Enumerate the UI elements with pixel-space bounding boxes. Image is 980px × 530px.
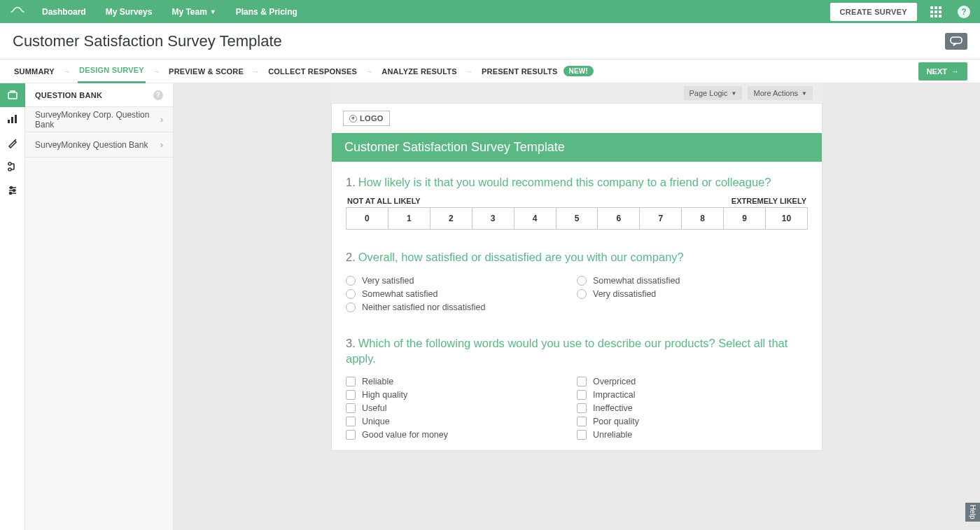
option-label: Good value for money — [362, 430, 448, 440]
svg-point-16 — [8, 162, 11, 165]
checkbox-option[interactable]: Overpriced — [577, 377, 808, 386]
next-button-label: NEXT — [927, 67, 947, 76]
option-label: Unique — [362, 417, 390, 426]
caret-down-icon: ▼ — [210, 8, 216, 15]
radio-option[interactable]: Very dissatisfied — [577, 289, 808, 299]
svg-rect-7 — [934, 15, 937, 18]
add-logo-button[interactable]: +LOGO — [343, 111, 390, 126]
radio-icon — [577, 276, 587, 286]
step-analyze-results[interactable]: ANALYZE RESULTS — [380, 60, 458, 83]
checkbox-option[interactable]: Unique — [346, 417, 577, 426]
new-badge: NEW! — [564, 66, 594, 76]
nps-cell[interactable]: 8 — [682, 208, 724, 229]
option-label: Unreliable — [593, 430, 632, 440]
checkbox-icon — [346, 417, 356, 426]
checkbox-option[interactable]: Impractical — [577, 390, 808, 400]
page-controls: Page Logic▼ More Actions▼ — [331, 83, 822, 103]
next-button[interactable]: NEXT→ — [918, 62, 967, 81]
survey-title[interactable]: Customer Satisfaction Survey Template — [332, 133, 822, 162]
question-text: Which of the following words would you u… — [346, 337, 788, 365]
arrow-right-icon: → — [365, 67, 373, 76]
create-survey-button[interactable]: CREATE SURVEY — [830, 3, 917, 21]
caret-down-icon: ▼ — [732, 90, 737, 97]
radio-icon — [346, 302, 356, 312]
rail-logic-icon[interactable] — [0, 155, 25, 179]
rail-builder-icon[interactable] — [0, 107, 25, 131]
title-bar: Customer Satisfaction Survey Template — [0, 23, 980, 60]
option-label: Ineffective — [593, 403, 633, 413]
svg-point-18 — [10, 187, 13, 189]
nps-cell[interactable]: 2 — [430, 208, 472, 229]
step-summary[interactable]: SUMMARY — [13, 60, 56, 83]
radio-option[interactable]: Somewhat dissatisfied — [577, 276, 808, 286]
rail-themes-icon[interactable] — [0, 131, 25, 155]
nps-cell[interactable]: 5 — [556, 208, 598, 229]
nps-cell[interactable]: 0 — [346, 208, 388, 229]
design-canvas: Page Logic▼ More Actions▼ +LOGO Customer… — [174, 83, 980, 530]
svg-rect-0 — [930, 6, 933, 9]
panel-help-icon[interactable]: ? — [153, 90, 163, 100]
nav-plans-pricing[interactable]: Plans & Pricing — [226, 0, 307, 23]
nav-dashboard[interactable]: Dashboard — [32, 0, 96, 23]
nps-cell[interactable]: 6 — [598, 208, 640, 229]
more-actions-button[interactable]: More Actions▼ — [748, 86, 813, 100]
panel-header: QUESTION BANK ? — [25, 83, 173, 107]
page-logic-button[interactable]: Page Logic▼ — [684, 86, 743, 100]
svg-rect-3 — [930, 11, 933, 13]
checkbox-option[interactable]: Reliable — [346, 377, 577, 386]
checkbox-option[interactable]: Good value for money — [346, 430, 577, 440]
rail-options-icon[interactable] — [0, 179, 25, 202]
nps-cell[interactable]: 4 — [514, 208, 556, 229]
checkbox-option[interactable]: Poor quality — [577, 417, 808, 426]
question-3[interactable]: 3.Which of the following words would you… — [332, 323, 822, 451]
nps-cell[interactable]: 3 — [472, 208, 514, 229]
option-label: High quality — [362, 390, 407, 400]
radio-icon — [346, 289, 356, 299]
qb-item-corp[interactable]: SurveyMonkey Corp. Question Bank › — [25, 107, 173, 132]
step-design-survey[interactable]: DESIGN SURVEY — [78, 60, 146, 83]
svg-rect-14 — [11, 117, 13, 123]
option-label: Poor quality — [593, 417, 639, 426]
step-preview-score[interactable]: PREVIEW & SCORE — [167, 60, 245, 83]
svg-rect-6 — [930, 15, 933, 18]
svg-point-17 — [8, 168, 11, 171]
option-label: Useful — [362, 403, 386, 413]
step-present-results[interactable]: PRESENT RESULTS — [480, 60, 559, 83]
nav-my-surveys[interactable]: My Surveys — [96, 0, 162, 23]
checkbox-option[interactable]: Useful — [346, 403, 577, 413]
radio-option[interactable]: Neither satisfied nor dissatisfied — [346, 302, 577, 312]
nps-cell[interactable]: 1 — [388, 208, 430, 229]
qb-item-sm[interactable]: SurveyMonkey Question Bank › — [25, 132, 173, 158]
question-bank-panel: QUESTION BANK ? SurveyMonkey Corp. Quest… — [25, 83, 174, 530]
svg-rect-2 — [939, 6, 941, 9]
checkbox-option[interactable]: Unreliable — [577, 430, 808, 440]
builder-tool-rail — [0, 83, 25, 530]
arrow-right-icon: → — [153, 67, 160, 76]
help-side-tab[interactable]: Help — [965, 503, 980, 522]
svg-point-19 — [13, 190, 15, 192]
checkbox-option[interactable]: Ineffective — [577, 403, 808, 413]
radio-option[interactable]: Very satisfied — [346, 276, 577, 286]
step-collect-responses[interactable]: COLLECT RESPONSES — [267, 60, 358, 83]
radio-icon — [577, 289, 587, 299]
nps-cell[interactable]: 10 — [766, 208, 807, 229]
nps-cell[interactable]: 7 — [640, 208, 682, 229]
nav-my-team[interactable]: My Team▼ — [162, 0, 225, 23]
checkbox-icon — [346, 377, 356, 386]
nps-cell[interactable]: 9 — [724, 208, 766, 229]
svg-rect-4 — [934, 11, 937, 13]
checkbox-icon — [577, 403, 587, 413]
option-label: Reliable — [362, 377, 393, 386]
nav-my-team-label: My Team — [172, 7, 206, 17]
help-icon[interactable]: ? — [955, 3, 973, 21]
rail-question-bank-icon[interactable] — [0, 83, 25, 107]
question-2[interactable]: 2.Overall, how satisfied or dissatisfied… — [332, 237, 822, 322]
apps-grid-icon[interactable] — [927, 3, 945, 21]
question-1[interactable]: 1.How likely is it that you would recomm… — [332, 162, 822, 237]
option-label: Somewhat satisfied — [362, 289, 438, 299]
add-logo-label: LOGO — [360, 114, 384, 123]
nps-scale: 012345678910 — [346, 207, 808, 230]
checkbox-option[interactable]: High quality — [346, 390, 577, 400]
radio-option[interactable]: Somewhat satisfied — [346, 289, 577, 299]
comments-button[interactable] — [945, 33, 967, 50]
